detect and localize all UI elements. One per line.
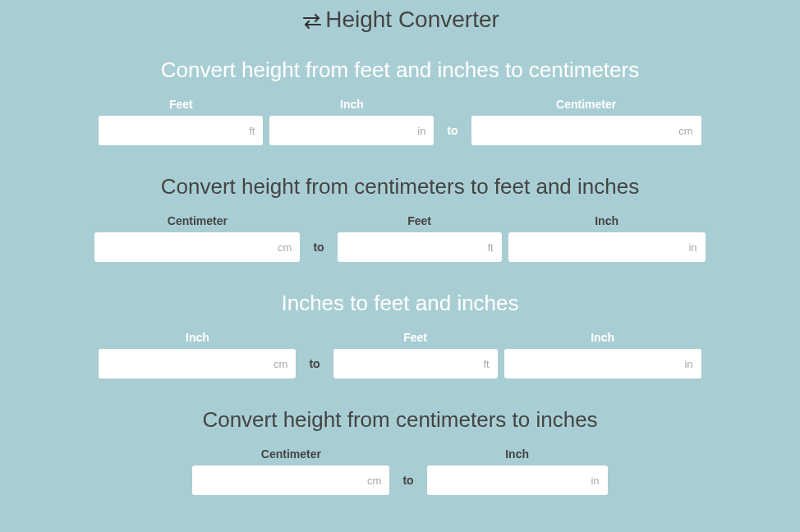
section-ft-in-to-cm: Convert height from feet and inches to c… xyxy=(0,57,800,145)
feet-input[interactable] xyxy=(99,116,263,145)
inch-input[interactable] xyxy=(504,349,701,378)
swap-arrows-icon xyxy=(301,7,324,33)
inch-label: Inch xyxy=(340,98,364,111)
section-title: Convert height from centimeters to inche… xyxy=(0,407,800,433)
section-cm-to-ft-in: Convert height from centimeters to feet … xyxy=(0,174,800,262)
page-title-text: Height Converter xyxy=(325,7,499,33)
inch-label: Inch xyxy=(595,214,618,227)
cm-label: Centimeter xyxy=(261,447,321,461)
to-label: to xyxy=(440,124,464,145)
feet-field: Feet ft xyxy=(333,331,498,378)
inch-label: Inch xyxy=(186,331,209,344)
section-in-to-ft-in: Inches to feet and inches Inch cm to Fee… xyxy=(0,291,800,378)
to-label: to xyxy=(302,357,326,378)
cm-field: Centimeter cm xyxy=(192,447,389,495)
page-title: Height Converter xyxy=(301,7,499,33)
inch-label: Inch xyxy=(591,331,614,344)
inch-source-field: Inch cm xyxy=(99,331,296,378)
cm-input[interactable] xyxy=(471,116,701,145)
feet-label: Feet xyxy=(403,331,427,344)
inch-input[interactable] xyxy=(427,466,608,495)
to-label: to xyxy=(396,474,420,495)
section-title: Convert height from feet and inches to c… xyxy=(0,57,800,83)
feet-label: Feet xyxy=(169,98,193,111)
feet-input[interactable] xyxy=(338,232,502,262)
cm-label: Centimeter xyxy=(168,214,228,227)
cm-field: Centimeter cm xyxy=(471,98,701,145)
section-title: Convert height from centimeters to feet … xyxy=(0,174,800,200)
cm-field: Centimeter cm xyxy=(94,214,300,262)
conversion-row: Feet ft Inch in to Centimeter cm xyxy=(0,98,800,145)
feet-field: Feet ft xyxy=(338,214,502,262)
cm-input[interactable] xyxy=(192,466,389,495)
inch-field: Inch in xyxy=(508,214,706,262)
inch-input[interactable] xyxy=(508,232,706,262)
inch-input[interactable] xyxy=(269,116,434,145)
page-header: Height Converter xyxy=(0,0,800,57)
section-title: Inches to feet and inches xyxy=(0,291,800,316)
feet-label: Feet xyxy=(407,214,431,227)
inch-field: Inch in xyxy=(427,447,608,495)
inch-source-input[interactable] xyxy=(99,349,296,378)
inch-field: Inch in xyxy=(269,98,434,145)
cm-label: Centimeter xyxy=(556,98,616,111)
conversion-row: Centimeter cm to Inch in xyxy=(0,447,800,495)
cm-input[interactable] xyxy=(94,232,300,262)
inch-label: Inch xyxy=(505,447,529,461)
feet-field: Feet ft xyxy=(99,98,263,145)
feet-input[interactable] xyxy=(333,349,498,378)
conversion-row: Inch cm to Feet ft Inch in xyxy=(0,331,800,378)
to-label: to xyxy=(306,241,330,262)
conversion-row: Centimeter cm to Feet ft Inch in xyxy=(0,214,800,262)
section-cm-to-in: Convert height from centimeters to inche… xyxy=(0,407,800,495)
inch-field: Inch in xyxy=(504,331,701,378)
